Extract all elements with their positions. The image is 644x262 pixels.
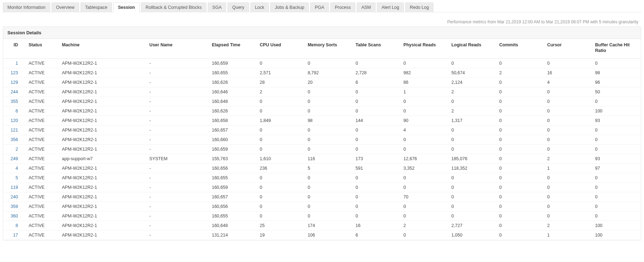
session-id-link[interactable]: 360	[3, 211, 24, 221]
cell-cursor: 0	[543, 59, 591, 68]
tab-session[interactable]: Session	[113, 2, 140, 12]
session-id-link[interactable]: 17	[3, 231, 24, 240]
session-id-link[interactable]: 359	[3, 202, 24, 211]
session-id-link[interactable]: 4	[3, 164, 24, 173]
tab-pga[interactable]: PGA	[310, 2, 329, 12]
cell-tablescans: 144	[351, 116, 400, 126]
cell-cursor: 0	[543, 135, 591, 145]
tab-lock[interactable]: Lock	[250, 2, 269, 12]
table-row: 1ACTIVEAPM-W2K12R2-1-160,65900000000	[3, 59, 641, 68]
cell-tablescans: 0	[351, 126, 400, 135]
tab-process[interactable]: Process	[330, 2, 355, 12]
cell-logreads: 2	[447, 106, 495, 116]
tab-redo-log[interactable]: Redo Log	[405, 2, 433, 12]
cell-memsorts: 116	[303, 154, 351, 164]
col-header-status[interactable]: Status	[24, 39, 58, 59]
table-row: 6ACTIVEAPM-W2K12R2-1-160,6260000200100	[3, 106, 641, 116]
session-id-link[interactable]: 249	[3, 154, 24, 164]
session-id-link[interactable]: 6	[3, 106, 24, 116]
cell-status: ACTIVE	[24, 106, 58, 116]
cell-commits: 0	[495, 116, 543, 126]
cell-logreads: 0	[447, 183, 495, 192]
cell-cursor: 0	[543, 192, 591, 202]
cell-memsorts: 8,792	[303, 68, 351, 78]
session-id-link[interactable]: 355	[3, 97, 24, 106]
cell-commits: 0	[495, 145, 543, 154]
session-id-link[interactable]: 240	[3, 192, 24, 202]
cell-tablescans: 591	[351, 164, 400, 173]
table-row: 8ACTIVEAPM-W2K12R2-1-160,648251741622,72…	[3, 221, 641, 231]
cell-logreads: 0	[447, 97, 495, 106]
table-row: 5ACTIVEAPM-W2K12R2-1-160,65500000000	[3, 173, 641, 183]
session-id-link[interactable]: 119	[3, 183, 24, 192]
table-row: 356ACTIVEAPM-W2K12R2-1-160,66000000000	[3, 135, 641, 145]
col-header-commits[interactable]: Commits	[495, 39, 543, 59]
tab-monitor-information[interactable]: Monitor Information	[3, 2, 50, 12]
cell-user: SYSTEM	[145, 154, 208, 164]
cell-physreads: 4	[399, 126, 447, 135]
tab-overview[interactable]: Overview	[52, 2, 79, 12]
cell-machine: APM-W2K12R2-1	[58, 126, 145, 135]
col-header-cpu-used[interactable]: CPU Used	[255, 39, 303, 59]
cell-commits: 0	[495, 173, 543, 183]
col-header-buffer-cache-hit-ratio[interactable]: Buffer Cache Hit Ratio	[591, 39, 641, 59]
session-id-link[interactable]: 120	[3, 116, 24, 126]
session-id-link[interactable]: 129	[3, 78, 24, 87]
cell-physreads: 1	[399, 87, 447, 97]
cell-memsorts: 0	[303, 59, 351, 68]
tab-query[interactable]: Query	[228, 2, 249, 12]
tab-alert-log[interactable]: Alert Log	[377, 2, 404, 12]
tab-sga[interactable]: SGA	[208, 2, 226, 12]
col-header-memory-sorts[interactable]: Memory Sorts	[303, 39, 351, 59]
cell-buffer: 50	[591, 87, 641, 97]
tab-asm[interactable]: ASM	[357, 2, 376, 12]
cell-commits: 0	[495, 97, 543, 106]
cell-user: -	[145, 221, 208, 231]
tab-tablespace[interactable]: Tablespace	[81, 2, 112, 12]
cell-tablescans: 0	[351, 173, 400, 183]
tab-jobs-backup[interactable]: Jobs & Backup	[270, 2, 309, 12]
cell-tablescans: 2,728	[351, 68, 400, 78]
session-id-link[interactable]: 5	[3, 173, 24, 183]
cell-memsorts: 0	[303, 211, 351, 221]
col-header-elapsed-time[interactable]: Elapsed Time	[208, 39, 256, 59]
col-header-cursor[interactable]: Cursor	[543, 39, 591, 59]
cell-logreads: 2,727	[447, 221, 495, 231]
cell-commits: 0	[495, 183, 543, 192]
session-id-link[interactable]: 1	[3, 59, 24, 68]
session-id-link[interactable]: 356	[3, 135, 24, 145]
table-row: 121ACTIVEAPM-W2K12R2-1-160,65700040000	[3, 126, 641, 135]
session-id-link[interactable]: 123	[3, 68, 24, 78]
col-header-id[interactable]: ID	[3, 39, 24, 59]
cell-status: ACTIVE	[24, 192, 58, 202]
col-header-table-scans[interactable]: Table Scans	[351, 39, 400, 59]
col-header-user-name[interactable]: User Name	[145, 39, 208, 59]
cell-status: ACTIVE	[24, 202, 58, 211]
cell-machine: APM-W2K12R2-1	[58, 231, 145, 240]
cell-elapsed: 160,648	[208, 221, 256, 231]
cell-memsorts: 0	[303, 192, 351, 202]
cell-cpu: 19	[255, 231, 303, 240]
cell-status: ACTIVE	[24, 116, 58, 126]
session-id-link[interactable]: 121	[3, 126, 24, 135]
tab-rollback-corrupted-blocks[interactable]: Rollback & Corrupted Blocks	[141, 2, 206, 12]
cell-user: -	[145, 87, 208, 97]
cell-status: ACTIVE	[24, 135, 58, 145]
cell-cpu: 1,610	[255, 154, 303, 164]
cell-logreads: 0	[447, 59, 495, 68]
cell-cursor: 16	[543, 68, 591, 78]
cell-logreads: 0	[447, 135, 495, 145]
cell-machine: APM-W2K12R2-1	[58, 59, 145, 68]
col-header-physical-reads[interactable]: Physical Reads	[399, 39, 447, 59]
session-id-link[interactable]: 8	[3, 221, 24, 231]
col-header-logical-reads[interactable]: Logical Reads	[447, 39, 495, 59]
col-header-machine[interactable]: Machine	[58, 39, 145, 59]
cell-elapsed: 160,659	[208, 59, 256, 68]
cell-buffer: 0	[591, 126, 641, 135]
session-id-link[interactable]: 2	[3, 145, 24, 154]
session-id-link[interactable]: 244	[3, 87, 24, 97]
cell-tablescans: 6	[351, 231, 400, 240]
cell-cursor: 4	[543, 78, 591, 87]
cell-tablescans: 0	[351, 87, 400, 97]
cell-logreads: 0	[447, 202, 495, 211]
